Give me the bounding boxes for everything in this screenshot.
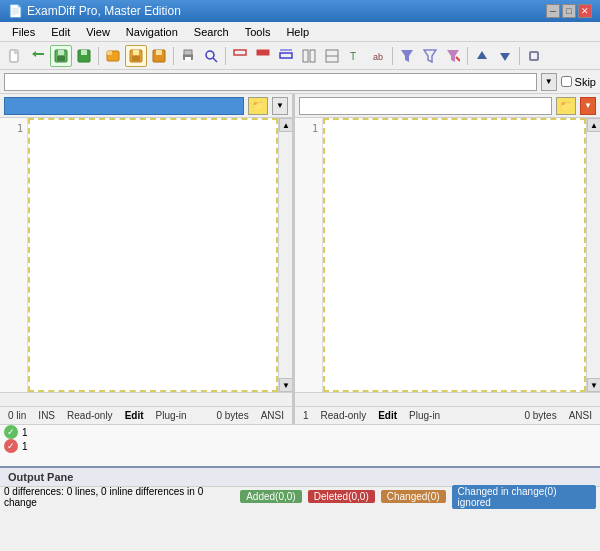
find-input[interactable] — [4, 73, 537, 91]
left-edit: Edit — [121, 410, 148, 421]
diff-box1-button[interactable] — [229, 45, 251, 67]
diff-summary: 0 differences: 0 lines, 0 inline differe… — [4, 486, 234, 508]
title-bar: 📄 ExamDiff Pro, Master Edition ─ □ ✕ — [0, 0, 600, 22]
up-button[interactable] — [471, 45, 493, 67]
menu-tools[interactable]: Tools — [237, 24, 279, 40]
left-readonly: Read-only — [63, 410, 117, 421]
menu-help[interactable]: Help — [278, 24, 317, 40]
app-icon: 📄 — [8, 4, 23, 18]
new-button[interactable] — [4, 45, 26, 67]
search-button[interactable] — [200, 45, 222, 67]
left-scroll-down[interactable]: ▼ — [279, 378, 292, 392]
save-right-button[interactable] — [125, 45, 147, 67]
right-scroll-up[interactable]: ▲ — [587, 118, 600, 132]
left-scroll-track — [279, 132, 292, 378]
open-left-button[interactable] — [27, 45, 49, 67]
svg-marker-34 — [477, 51, 487, 59]
panes-area: 📁 ▼ 1 ▲ ▼ 0 lin INS Read-only Ed — [0, 94, 600, 424]
svg-rect-20 — [234, 50, 246, 55]
left-line-1: 1 — [0, 122, 27, 136]
svg-marker-32 — [447, 50, 459, 62]
diff-box3-button[interactable] — [275, 45, 297, 67]
diff-box2-button[interactable] — [252, 45, 274, 67]
log-row-1: ✓ 1 — [0, 425, 600, 439]
log-row-2: ✓ 1 — [0, 439, 600, 453]
left-line-numbers: 1 — [0, 118, 28, 392]
right-dropdown-button[interactable]: ▼ — [580, 97, 596, 115]
filter2-button[interactable] — [419, 45, 441, 67]
close-button[interactable]: ✕ — [578, 4, 592, 18]
svg-line-19 — [213, 58, 217, 62]
left-scroll-up[interactable]: ▲ — [279, 118, 292, 132]
down-button[interactable] — [494, 45, 516, 67]
ignored-badge: Changed in change(0) ignored — [452, 485, 596, 509]
minimize-button[interactable]: ─ — [546, 4, 560, 18]
open-right-button[interactable] — [102, 45, 124, 67]
diff-inline-button[interactable] — [321, 45, 343, 67]
right-text-content[interactable] — [323, 118, 586, 392]
left-open-folder-button[interactable]: 📁 — [248, 97, 268, 115]
diff-4pane-button[interactable] — [298, 45, 320, 67]
right-v-scrollbar[interactable]: ▲ ▼ — [586, 118, 600, 392]
diff-word-button[interactable]: ab — [367, 45, 389, 67]
menu-bar: Files Edit View Navigation Search Tools … — [0, 22, 600, 42]
changed-badge: Changed(0) — [381, 490, 446, 503]
left-dropdown-button[interactable]: ▼ — [272, 97, 288, 115]
filter3-button[interactable] — [442, 45, 464, 67]
svg-rect-4 — [58, 50, 64, 55]
left-v-scrollbar[interactable]: ▲ ▼ — [278, 118, 292, 392]
right-h-scrollbar[interactable] — [295, 392, 600, 406]
right-open-folder-button[interactable]: 📁 — [556, 97, 576, 115]
svg-rect-9 — [107, 51, 112, 55]
left-pane-header: 📁 ▼ — [0, 94, 292, 118]
svg-rect-5 — [57, 56, 65, 61]
right-status-bar: 1 Read-only Edit Plug-in 0 bytes ANSI — [295, 406, 600, 424]
menu-edit[interactable]: Edit — [43, 24, 78, 40]
save-left-button[interactable] — [50, 45, 72, 67]
left-text-content[interactable] — [28, 118, 278, 392]
right-scroll-down[interactable]: ▼ — [587, 378, 600, 392]
find-bar: ▼ Skip — [0, 70, 600, 94]
window-controls: ─ □ ✕ — [546, 4, 592, 18]
svg-rect-17 — [185, 57, 191, 61]
svg-rect-25 — [310, 50, 315, 62]
right-file-path[interactable] — [299, 97, 552, 115]
left-file-path[interactable] — [4, 97, 244, 115]
skip-checkbox[interactable] — [561, 76, 572, 87]
left-size: 0 bytes — [212, 410, 252, 421]
right-editor: 1 ▲ ▼ — [295, 118, 600, 406]
left-h-scrollbar[interactable] — [0, 392, 292, 406]
right-line-numbers: 1 — [295, 118, 323, 392]
right-scroll-track — [587, 132, 600, 378]
log-icon-2: ✓ — [4, 439, 18, 453]
output-pane-header: Output Pane — [0, 466, 600, 486]
save-as-right-button[interactable] — [148, 45, 170, 67]
bottom-status-bar: 0 differences: 0 lines, 0 inline differe… — [0, 486, 600, 506]
menu-files[interactable]: Files — [4, 24, 43, 40]
added-badge: Added(0,0) — [240, 490, 301, 503]
menu-navigation[interactable]: Navigation — [118, 24, 186, 40]
menu-search[interactable]: Search — [186, 24, 237, 40]
left-editor: 1 ▲ ▼ — [0, 118, 292, 406]
diff-char-button[interactable]: T — [344, 45, 366, 67]
right-editor-body: 1 ▲ ▼ — [295, 118, 600, 392]
menu-view[interactable]: View — [78, 24, 118, 40]
left-pane: 📁 ▼ 1 ▲ ▼ 0 lin INS Read-only Ed — [0, 94, 295, 424]
filter-button[interactable] — [396, 45, 418, 67]
right-encoding: ANSI — [565, 410, 596, 421]
svg-line-33 — [456, 57, 460, 61]
maximize-button[interactable]: □ — [562, 4, 576, 18]
svg-marker-31 — [424, 50, 436, 62]
print-button[interactable] — [177, 45, 199, 67]
svg-rect-21 — [257, 50, 269, 55]
toolbar-sep-2 — [173, 47, 174, 65]
save-as-left-button[interactable] — [73, 45, 95, 67]
find-dropdown-button[interactable]: ▼ — [541, 73, 557, 91]
log-icon-1: ✓ — [4, 425, 18, 439]
svg-text:ab: ab — [373, 52, 383, 62]
svg-rect-14 — [156, 50, 162, 55]
options-button[interactable] — [523, 45, 545, 67]
toolbar-sep-4 — [392, 47, 393, 65]
svg-rect-16 — [184, 50, 192, 55]
window-title: ExamDiff Pro, Master Edition — [27, 4, 546, 18]
